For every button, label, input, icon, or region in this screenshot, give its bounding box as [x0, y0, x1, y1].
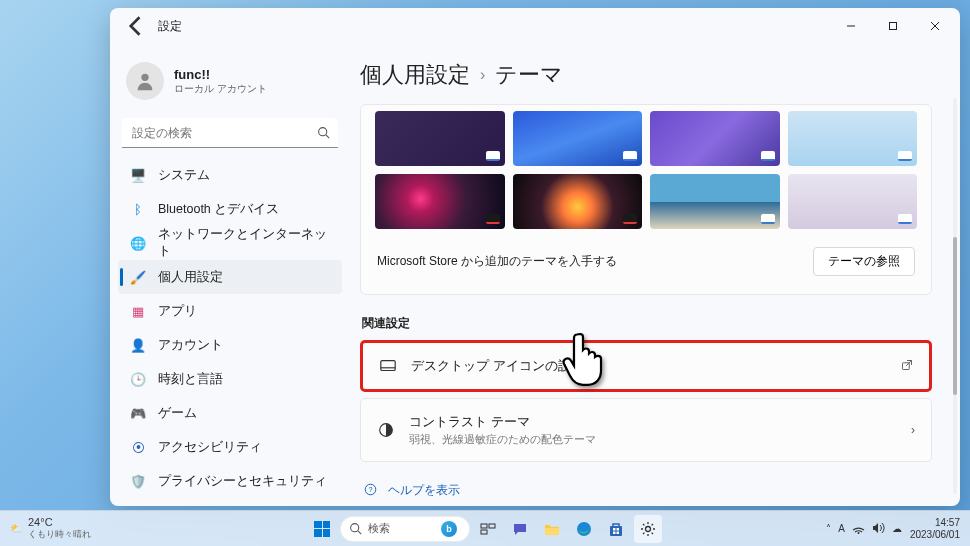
- theme-thumbnail[interactable]: [788, 111, 918, 166]
- theme-thumbnail[interactable]: [513, 174, 643, 229]
- volume-icon[interactable]: [872, 522, 885, 536]
- feedback-link[interactable]: フィードバックの送信: [360, 503, 932, 506]
- sidebar-item-time[interactable]: 🕒時刻と言語: [118, 362, 342, 396]
- sidebar: func!! ローカル アカウント 🖥️システムᛒBluetooth とデバイス…: [110, 44, 350, 506]
- sidebar-item-label: ゲーム: [158, 405, 197, 422]
- related-settings-heading: 関連設定: [362, 315, 932, 332]
- settings-window: 設定 func!! ローカル アカウント: [110, 8, 960, 506]
- start-button[interactable]: [308, 515, 336, 543]
- breadcrumb-current: テーマ: [495, 60, 563, 90]
- sidebar-item-label: ネットワークとインターネット: [158, 226, 330, 260]
- avatar: [126, 62, 164, 100]
- taskbar-search[interactable]: 検索 b: [340, 516, 470, 542]
- sidebar-item-label: システム: [158, 167, 210, 184]
- main-content: 個人用設定 › テーマ Microsoft Store から追加のテーマを入手す…: [350, 44, 960, 506]
- svg-point-3: [319, 128, 327, 136]
- row-title: コントラスト テーマ: [409, 413, 897, 431]
- bluetooth-icon: ᛒ: [130, 201, 146, 217]
- sidebar-item-accounts[interactable]: 👤アカウント: [118, 328, 342, 362]
- theme-thumbnail[interactable]: [650, 174, 780, 229]
- taskbar: ⛅ 24°C くもり時々晴れ 検索 b ˄ A ☁ 14:57 2023/06/…: [0, 510, 970, 546]
- breadcrumb: 個人用設定 › テーマ: [360, 60, 932, 90]
- user-account-type: ローカル アカウント: [174, 82, 267, 96]
- contrast-themes-row[interactable]: コントラスト テーマ 弱視、光線過敏症のための配色テーマ ›: [360, 398, 932, 462]
- chat-button[interactable]: [506, 515, 534, 543]
- search-icon: [349, 522, 362, 535]
- svg-rect-14: [489, 524, 495, 528]
- sidebar-item-system[interactable]: 🖥️システム: [118, 158, 342, 192]
- sidebar-item-personalization[interactable]: 🖌️個人用設定: [118, 260, 342, 294]
- theme-thumbnail[interactable]: [375, 111, 505, 166]
- gaming-icon: 🎮: [130, 405, 146, 421]
- row-title: デスクトップ アイコンの設定: [411, 357, 887, 375]
- sidebar-item-label: アクセシビリティ: [158, 439, 262, 456]
- svg-rect-5: [381, 361, 395, 371]
- sidebar-item-privacy[interactable]: 🛡️プライバシーとセキュリティ: [118, 464, 342, 498]
- theme-thumbnail[interactable]: [788, 174, 918, 229]
- close-button[interactable]: [914, 11, 956, 41]
- accessibility-icon: ⦿: [130, 439, 146, 455]
- sidebar-item-gaming[interactable]: 🎮ゲーム: [118, 396, 342, 430]
- chevron-up-icon[interactable]: ˄: [826, 523, 831, 534]
- chevron-right-icon: ›: [480, 66, 485, 84]
- sidebar-item-bluetooth[interactable]: ᛒBluetooth とデバイス: [118, 192, 342, 226]
- sidebar-item-label: 個人用設定: [158, 269, 223, 286]
- search-input[interactable]: [122, 118, 338, 148]
- time-text: 14:57: [910, 517, 960, 529]
- help-icon: ?: [364, 483, 378, 498]
- store-button[interactable]: [602, 515, 630, 543]
- chevron-right-icon: ›: [911, 423, 915, 437]
- svg-rect-13: [481, 524, 487, 528]
- user-name: func!!: [174, 67, 267, 82]
- contrast-icon: [377, 421, 395, 439]
- search-box: [122, 118, 338, 148]
- svg-rect-21: [613, 531, 616, 534]
- back-button[interactable]: [122, 12, 150, 40]
- apps-icon: ▦: [130, 303, 146, 319]
- scrollbar[interactable]: [953, 98, 957, 494]
- system-tray[interactable]: ˄ A ☁: [826, 522, 902, 536]
- svg-point-17: [577, 522, 591, 536]
- network-icon[interactable]: [852, 522, 865, 536]
- edge-button[interactable]: [570, 515, 598, 543]
- clock[interactable]: 14:57 2023/06/01: [910, 517, 960, 540]
- svg-rect-15: [481, 530, 487, 534]
- themes-card: Microsoft Store から追加のテーマを入手する テーマの参照: [360, 104, 932, 295]
- taskbar-search-label: 検索: [368, 521, 390, 536]
- sidebar-item-accessibility[interactable]: ⦿アクセシビリティ: [118, 430, 342, 464]
- maximize-button[interactable]: [872, 11, 914, 41]
- cloud-icon[interactable]: ☁: [892, 523, 902, 534]
- svg-rect-18: [610, 526, 622, 536]
- nav-list: 🖥️システムᛒBluetooth とデバイス🌐ネットワークとインターネット🖌️個…: [118, 158, 342, 498]
- svg-rect-20: [617, 528, 620, 531]
- svg-line-12: [358, 531, 361, 534]
- theme-thumbnail[interactable]: [375, 174, 505, 229]
- weather-desc: くもり時々晴れ: [28, 528, 91, 541]
- browse-themes-button[interactable]: テーマの参照: [813, 247, 915, 276]
- ime-indicator[interactable]: A: [838, 523, 845, 534]
- minimize-button[interactable]: [830, 11, 872, 41]
- desktop-icon-settings-row[interactable]: デスクトップ アイコンの設定: [360, 340, 932, 392]
- weather-widget[interactable]: ⛅ 24°C くもり時々晴れ: [10, 516, 91, 541]
- sidebar-item-label: プライバシーとセキュリティ: [158, 473, 327, 490]
- sidebar-item-apps[interactable]: ▦アプリ: [118, 294, 342, 328]
- svg-rect-22: [617, 531, 620, 534]
- task-view-button[interactable]: [474, 515, 502, 543]
- sidebar-item-label: 時刻と言語: [158, 371, 223, 388]
- svg-point-23: [646, 526, 651, 531]
- weather-icon: ⛅: [10, 523, 22, 534]
- store-text: Microsoft Store から追加のテーマを入手する: [377, 253, 617, 270]
- titlebar: 設定: [110, 8, 960, 44]
- theme-thumbnail[interactable]: [650, 111, 780, 166]
- link-label: ヘルプを表示: [388, 483, 460, 498]
- settings-button[interactable]: [634, 515, 662, 543]
- svg-line-4: [326, 135, 329, 138]
- help-link[interactable]: ? ヘルプを表示: [360, 478, 932, 503]
- theme-thumbnail[interactable]: [513, 111, 643, 166]
- user-block[interactable]: func!! ローカル アカウント: [118, 52, 342, 110]
- time-icon: 🕒: [130, 371, 146, 387]
- sidebar-item-network[interactable]: 🌐ネットワークとインターネット: [118, 226, 342, 260]
- breadcrumb-parent[interactable]: 個人用設定: [360, 60, 470, 90]
- network-icon: 🌐: [130, 235, 146, 251]
- explorer-button[interactable]: [538, 515, 566, 543]
